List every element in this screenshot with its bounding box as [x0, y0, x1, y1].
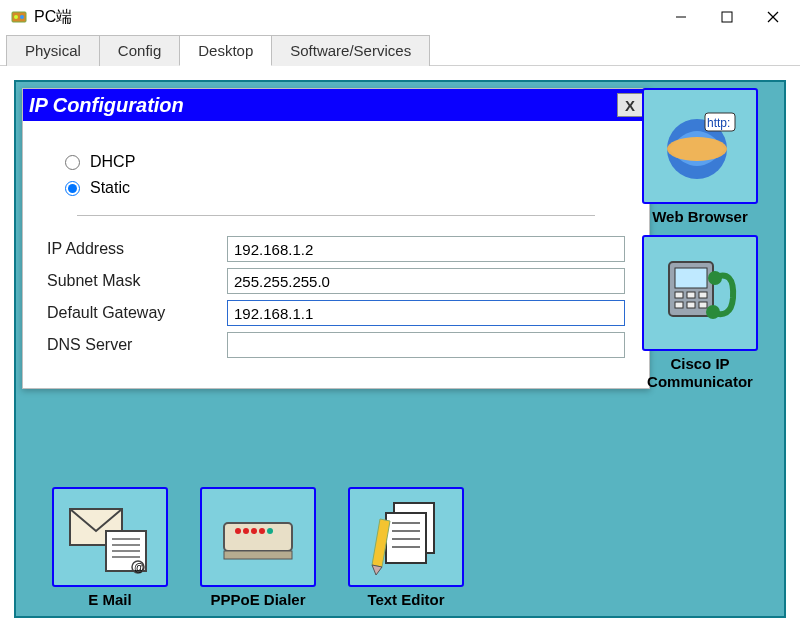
app-label-email: E Mail: [88, 591, 131, 608]
tab-desktop[interactable]: Desktop: [179, 35, 272, 66]
svg-rect-35: [224, 551, 292, 559]
ip-phone-icon: [642, 235, 758, 351]
app-label-text-editor: Text Editor: [367, 591, 444, 608]
web-browser-icon: http:: [642, 88, 758, 204]
app-tile-pppoe[interactable]: PPPoE Dialer: [200, 487, 316, 608]
window-title: PC端: [34, 7, 658, 28]
tab-bar: Physical Config Desktop Software/Service…: [0, 34, 800, 66]
svg-rect-13: [675, 292, 683, 298]
bottom-app-row: @ E Mail PPPoE Dialer: [52, 487, 464, 608]
svg-point-2: [20, 15, 24, 19]
maximize-button[interactable]: [704, 2, 750, 32]
subnet-mask-input[interactable]: [227, 268, 625, 294]
svg-rect-18: [699, 302, 707, 308]
minimize-button[interactable]: [658, 2, 704, 32]
svg-point-30: [235, 528, 241, 534]
tab-physical[interactable]: Physical: [6, 35, 100, 66]
app-icon: [10, 8, 28, 26]
dns-server-label: DNS Server: [47, 336, 227, 354]
app-label-web-browser: Web Browser: [652, 208, 748, 225]
svg-rect-14: [687, 292, 695, 298]
app-label-ip-communicator: Cisco IP Communicator: [626, 355, 774, 390]
divider: [77, 215, 595, 216]
ip-config-titlebar: IP Configuration X: [23, 89, 649, 121]
default-gateway-input[interactable]: [227, 300, 625, 326]
text-editor-icon: [348, 487, 464, 587]
ip-address-input[interactable]: [227, 236, 625, 262]
ip-mode-radio-group: DHCP Static: [65, 153, 625, 197]
modem-icon: [200, 487, 316, 587]
close-window-button[interactable]: [750, 2, 796, 32]
window-controls: [658, 2, 796, 32]
ip-address-label: IP Address: [47, 240, 227, 258]
desktop-area: IP Configuration X DHCP Static IP Addres…: [14, 80, 786, 618]
svg-rect-29: [224, 523, 292, 551]
radio-dhcp-label: DHCP: [90, 153, 135, 171]
svg-point-32: [251, 528, 257, 534]
svg-point-1: [14, 15, 18, 19]
ip-config-body: DHCP Static IP Address Subnet Mask Defau…: [23, 121, 649, 388]
svg-rect-16: [675, 302, 683, 308]
svg-point-33: [259, 528, 265, 534]
radio-static-label: Static: [90, 179, 130, 197]
svg-point-34: [267, 528, 273, 534]
app-tile-email[interactable]: @ E Mail: [52, 487, 168, 608]
right-app-column: http: Web Browser: [626, 88, 774, 390]
svg-point-8: [667, 137, 727, 161]
svg-point-31: [243, 528, 249, 534]
svg-text:http:: http:: [707, 116, 730, 130]
email-icon: @: [52, 487, 168, 587]
svg-point-20: [706, 305, 720, 319]
radio-static[interactable]: [65, 181, 80, 196]
app-label-pppoe: PPPoE Dialer: [210, 591, 305, 608]
dns-server-input[interactable]: [227, 332, 625, 358]
default-gateway-label: Default Gateway: [47, 304, 227, 322]
window-titlebar: PC端: [0, 0, 800, 34]
subnet-mask-label: Subnet Mask: [47, 272, 227, 290]
app-tile-text-editor[interactable]: Text Editor: [348, 487, 464, 608]
svg-text:@: @: [134, 562, 144, 573]
app-tile-web-browser[interactable]: http: Web Browser: [626, 88, 774, 225]
app-tile-ip-communicator[interactable]: Cisco IP Communicator: [626, 235, 774, 390]
svg-point-19: [708, 271, 722, 285]
svg-rect-12: [675, 268, 707, 288]
svg-rect-17: [687, 302, 695, 308]
ip-config-window: IP Configuration X DHCP Static IP Addres…: [22, 88, 650, 389]
tab-config[interactable]: Config: [99, 35, 180, 66]
svg-rect-4: [722, 12, 732, 22]
tab-software-services[interactable]: Software/Services: [271, 35, 430, 66]
radio-dhcp[interactable]: [65, 155, 80, 170]
svg-marker-43: [372, 565, 382, 575]
svg-rect-15: [699, 292, 707, 298]
ip-config-title: IP Configuration: [29, 94, 617, 117]
